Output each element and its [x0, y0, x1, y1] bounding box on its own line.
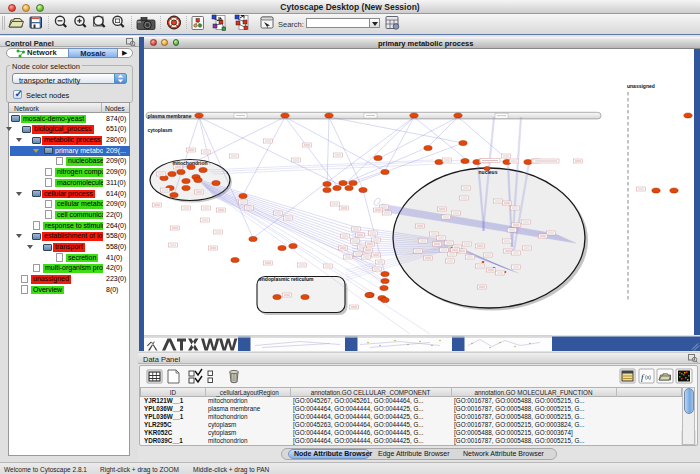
- svg-text:cytoplasm: cytoplasm: [148, 127, 173, 133]
- svg-text:unassigned: unassigned: [627, 83, 655, 89]
- svg-text:endoplasmic reticulum: endoplasmic reticulum: [259, 276, 314, 282]
- svg-text:(x): (x): [645, 374, 651, 380]
- svg-text:plasma membrane: plasma membrane: [148, 113, 192, 119]
